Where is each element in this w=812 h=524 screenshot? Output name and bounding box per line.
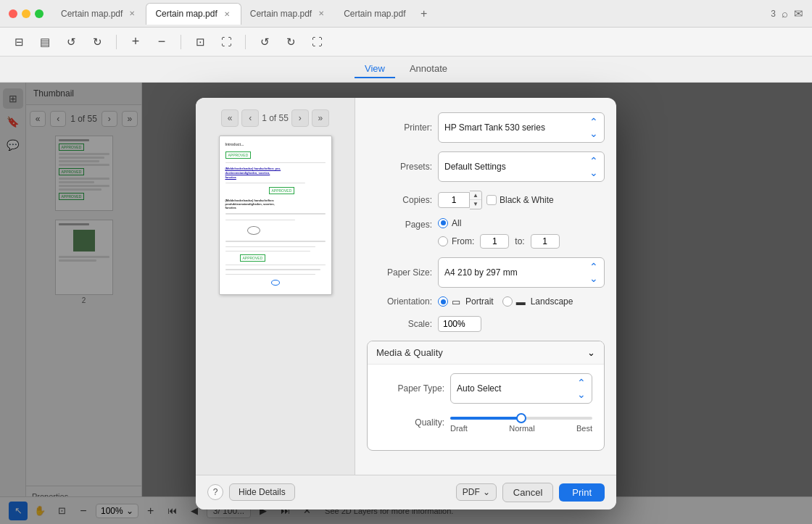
paper-size-select[interactable]: A4 210 by 297 mm ⌃⌄ [438, 257, 605, 288]
scale-control [438, 316, 605, 332]
portrait-label-text: Portrait [465, 296, 494, 307]
copies-increment-button[interactable]: ▲ [470, 191, 481, 200]
landscape-radio[interactable] [502, 296, 513, 307]
paper-type-select[interactable]: Auto Select ⌃⌄ [450, 373, 592, 404]
new-tab-button[interactable]: + [415, 4, 434, 23]
from-radio[interactable] [438, 236, 448, 246]
quality-slider-thumb[interactable] [516, 413, 526, 423]
zoom-out-button[interactable]: − [152, 32, 172, 52]
expand-button[interactable]: ⛶ [307, 32, 327, 52]
print-button[interactable]: Print [559, 483, 605, 502]
landscape-label-text: Landscape [531, 296, 573, 307]
tab-2[interactable]: Certain map.pdf ✕ [146, 3, 241, 25]
to-page-input[interactable] [531, 234, 560, 249]
all-pages-row: All [438, 218, 605, 228]
portrait-radio-label[interactable]: ▭ Portrait [438, 296, 494, 307]
media-quality-section: Media & Quality ⌄ Paper Type: Auto Selec… [367, 341, 605, 451]
copies-control: ▲ ▼ Black & White [438, 191, 605, 209]
separator-2 [181, 35, 181, 49]
mail-icon[interactable]: ✉ [794, 7, 803, 20]
scale-row: Scale: [367, 316, 605, 332]
pages-row: Pages: All [367, 218, 605, 249]
printer-row: Printer: HP Smart Tank 530 series ⌃⌄ [367, 112, 605, 143]
secondary-toolbar: View Annotate [0, 57, 812, 83]
quality-normal-label: Normal [509, 424, 534, 433]
orientation-control: ▭ Portrait ▬ Landscape [438, 296, 605, 307]
orientation-label: Orientation: [367, 296, 432, 307]
printer-select[interactable]: HP Smart Tank 530 series ⌃⌄ [438, 112, 605, 143]
pdf-button[interactable]: PDF ⌄ [456, 483, 497, 501]
search-icon[interactable]: ⌕ [782, 7, 788, 20]
presets-select[interactable]: Default Settings ⌃⌄ [438, 151, 605, 182]
rotate-right-button[interactable]: ↻ [281, 32, 301, 52]
paper-size-value: A4 210 by 297 mm [444, 267, 518, 278]
preview-header: Introduct... [225, 142, 326, 146]
printer-select-arrow: ⌃⌄ [589, 116, 598, 139]
circle-stamp [271, 280, 280, 286]
portrait-radio-inner [441, 299, 446, 304]
close-window-button[interactable] [9, 9, 17, 18]
all-radio-label[interactable]: All [438, 218, 461, 228]
sidebar-toggle-button[interactable]: ▤ [35, 32, 55, 52]
tab-1-close[interactable]: ✕ [127, 9, 137, 19]
dialog-preview-panel: « ‹ 1 of 55 › » Introduct... APPROVED (M… [196, 98, 355, 475]
preview-first-button[interactable]: « [221, 109, 239, 127]
tab-1[interactable]: Certain map.pdf ✕ [52, 3, 146, 25]
view-mode-button[interactable]: ⊡ [190, 32, 210, 52]
presets-select-arrow: ⌃⌄ [589, 155, 598, 178]
pdf-chevron-icon: ⌄ [483, 487, 490, 497]
quality-slider-track[interactable] [450, 417, 592, 420]
preview-approved-2: APPROVED [269, 187, 295, 194]
rotate-left-button[interactable]: ↺ [254, 32, 275, 52]
minimize-window-button[interactable] [22, 9, 30, 18]
scale-input[interactable] [438, 316, 481, 332]
paper-type-row: Paper Type: Auto Select ⌃⌄ [379, 373, 592, 404]
dialog-body: « ‹ 1 of 55 › » Introduct... APPROVED (M… [196, 98, 616, 475]
bw-checkbox[interactable] [486, 195, 497, 205]
preview-next-button[interactable]: › [291, 109, 309, 127]
undo-button[interactable]: ↺ [61, 32, 81, 52]
media-quality-header[interactable]: Media & Quality ⌄ [368, 341, 604, 364]
quality-draft-label: Draft [450, 424, 468, 433]
portrait-radio[interactable] [438, 296, 448, 307]
portrait-icon: ▭ [452, 296, 460, 307]
tab-3[interactable]: Certain map.pdf ✕ [241, 3, 335, 25]
media-quality-chevron-icon: ⌄ [587, 347, 595, 358]
all-radio-inner [441, 220, 446, 225]
cancel-button[interactable]: Cancel [502, 483, 553, 502]
hide-details-button[interactable]: Hide Details [229, 483, 295, 501]
from-radio-label[interactable]: From: [438, 236, 474, 246]
preview-last-button[interactable]: » [312, 109, 329, 127]
tab-3-label: Certain map.pdf [250, 9, 312, 19]
print-preview-page: Introduct... APPROVED (Middelnederlandse… [219, 136, 332, 295]
quality-best-label: Best [576, 424, 592, 433]
bw-checkbox-label[interactable]: Black & White [486, 195, 554, 205]
from-page-input[interactable] [480, 234, 509, 249]
redo-button[interactable]: ↻ [87, 32, 107, 52]
maximize-window-button[interactable] [35, 9, 44, 18]
tab-2-close[interactable]: ✕ [222, 9, 232, 19]
presets-row: Presets: Default Settings ⌃⌄ [367, 151, 605, 182]
paper-type-value: Auto Select [457, 383, 501, 394]
copies-label: Copies: [367, 195, 432, 205]
landscape-radio-label[interactable]: ▬ Landscape [502, 296, 573, 307]
copies-stepper[interactable]: ▲ ▼ [438, 191, 482, 209]
copies-decrement-button[interactable]: ▼ [470, 200, 481, 209]
printer-value: HP Smart Tank 530 series [444, 122, 545, 133]
zoom-in-button[interactable]: + [125, 32, 146, 52]
scale-label: Scale: [367, 319, 432, 329]
quality-slider-container: Draft Normal Best [450, 412, 592, 433]
tab-annotate[interactable]: Annotate [399, 60, 457, 78]
tab-3-close[interactable]: ✕ [316, 9, 326, 19]
save-button[interactable]: ⊟ [9, 32, 29, 52]
preview-prev-button[interactable]: ‹ [241, 109, 259, 127]
quality-slider-labels: Draft Normal Best [450, 424, 592, 433]
preview-nav: « ‹ 1 of 55 › » [204, 109, 346, 127]
all-radio[interactable] [438, 218, 448, 228]
presets-label: Presets: [367, 162, 432, 172]
help-button[interactable]: ? [207, 484, 223, 500]
fit-width-button[interactable]: ⛶ [216, 32, 236, 52]
tab-4[interactable]: Certain map.pdf [335, 3, 414, 25]
copies-input[interactable] [438, 192, 470, 208]
tab-view[interactable]: View [355, 60, 395, 78]
